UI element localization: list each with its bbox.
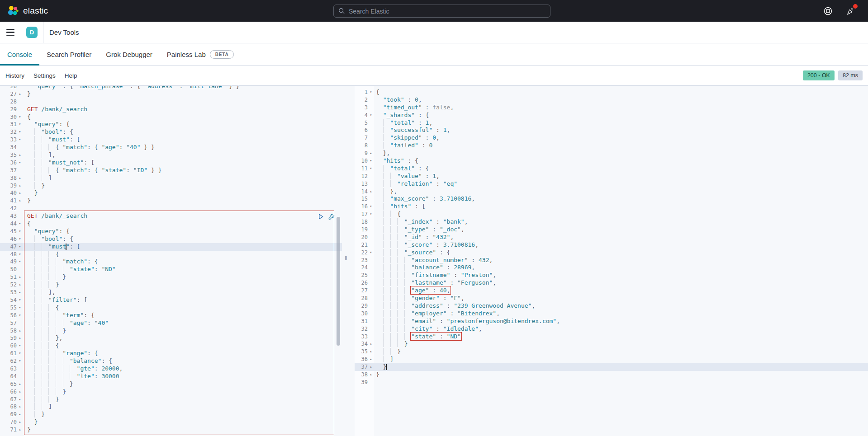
code-line-33[interactable]: 33 "state" : "ND" [355, 333, 868, 341]
code-line-22[interactable]: 22▾ "_source" : { [355, 249, 868, 257]
fold-toggle-icon[interactable]: ▴ [368, 188, 374, 196]
fold-toggle-icon[interactable]: ▾ [17, 159, 23, 167]
tab-console[interactable]: Console [0, 43, 39, 65]
code-line-48[interactable]: 48▾ { [0, 251, 342, 258]
code-line-70[interactable]: 70▴ } [0, 418, 342, 426]
code-line-53[interactable]: 53▴ ], [0, 289, 342, 296]
code-line-49[interactable]: 49▾ "match": { [0, 258, 342, 266]
code-line-34[interactable]: 34 { "match": { "age": "40" } } [0, 144, 342, 151]
code-line-52[interactable]: 52▴ } [0, 281, 342, 289]
request-options-wrench-icon[interactable] [328, 213, 335, 220]
code-line-19[interactable]: 19 "_type" : "_doc", [355, 226, 868, 234]
fold-toggle-icon[interactable]: ▾ [17, 235, 23, 243]
code-line-18[interactable]: 18 "_index" : "bank", [355, 218, 868, 226]
code-line-62[interactable]: 62▾ "balance": { [0, 357, 342, 365]
fold-toggle-icon[interactable]: ▾ [368, 165, 374, 173]
fold-toggle-icon[interactable]: ▴ [17, 90, 23, 98]
fold-toggle-icon[interactable]: ▾ [17, 304, 23, 312]
code-line-67[interactable]: 67▴ } [0, 396, 342, 403]
code-line-60[interactable]: 60▾ { [0, 342, 342, 350]
code-line-61[interactable]: 61▾ "range": { [0, 350, 342, 357]
tab-search-profiler[interactable]: Search Profiler [39, 43, 99, 65]
fold-toggle-icon[interactable]: ▾ [17, 228, 23, 235]
code-line-31[interactable]: 31 "email" : "prestonferguson@bitendrex.… [355, 318, 868, 325]
code-line-39[interactable]: 39▴ } [0, 182, 342, 190]
breadcrumb[interactable]: Dev Tools [49, 28, 79, 36]
code-line-31[interactable]: 31▾ "query": { [0, 121, 342, 128]
code-line-29[interactable]: 29 "address" : "239 Greenwood Avenue", [355, 302, 868, 310]
fold-toggle-icon[interactable]: ▴ [368, 150, 374, 157]
code-line-23[interactable]: 23 "account_number" : 432, [355, 257, 868, 264]
code-line-36[interactable]: 36▴ ] [355, 356, 868, 363]
fold-toggle-icon[interactable]: ▾ [368, 249, 374, 257]
code-line-28[interactable]: 28 "gender" : "F", [355, 295, 868, 302]
fold-toggle-icon[interactable]: ▴ [17, 396, 23, 403]
code-line-35[interactable]: 35▴ } [355, 348, 868, 356]
fold-toggle-icon[interactable]: ▾ [17, 113, 23, 121]
fold-toggle-icon[interactable]: ▾ [368, 112, 374, 119]
code-line-26[interactable]: 26 "query" : { "match_phrase" : { "addre… [0, 86, 342, 90]
fold-toggle-icon[interactable]: ▾ [17, 128, 23, 136]
code-line-59[interactable]: 59▴ }, [0, 334, 342, 342]
fold-toggle-icon[interactable]: ▾ [368, 157, 374, 165]
fold-toggle-icon[interactable]: ▴ [17, 197, 23, 205]
code-line-51[interactable]: 51▴ } [0, 273, 342, 281]
fold-toggle-icon[interactable]: ▴ [17, 334, 23, 342]
code-line-71[interactable]: 71▴} [0, 426, 342, 434]
code-line-2[interactable]: 2 "took" : 0, [355, 96, 868, 104]
code-line-43[interactable]: 43GET /bank/_search [0, 212, 342, 220]
fold-toggle-icon[interactable]: ▾ [17, 342, 23, 350]
code-line-40[interactable]: 40▴ } [0, 189, 342, 197]
fold-toggle-icon[interactable]: ▾ [17, 121, 23, 128]
code-line-55[interactable]: 55▾ { [0, 304, 342, 312]
fold-toggle-icon[interactable]: ▴ [17, 380, 23, 388]
code-line-28[interactable]: 28 [0, 98, 342, 106]
code-line-12[interactable]: 12 "value" : 1, [355, 173, 868, 180]
fold-toggle-icon[interactable]: ▴ [368, 371, 374, 379]
fold-toggle-icon[interactable]: ▴ [17, 403, 23, 411]
code-line-20[interactable]: 20 "_id" : "432", [355, 234, 868, 241]
menu-history[interactable]: History [5, 72, 24, 79]
code-line-4[interactable]: 4▾ "_shards" : { [355, 112, 868, 119]
menu-settings[interactable]: Settings [33, 72, 56, 79]
code-line-66[interactable]: 66▴ } [0, 388, 342, 396]
code-line-15[interactable]: 15 "max_score" : 3.7100816, [355, 195, 868, 203]
fold-toggle-icon[interactable]: ▾ [368, 203, 374, 211]
code-line-64[interactable]: 64 "lte": 30000 [0, 373, 342, 380]
fold-toggle-icon[interactable]: ▾ [17, 251, 23, 258]
code-line-30[interactable]: 30 "employer" : "Bitendrex", [355, 310, 868, 318]
fold-toggle-icon[interactable]: ▾ [368, 211, 374, 218]
code-line-44[interactable]: 44▾{ [0, 220, 342, 228]
hamburger-menu-icon[interactable] [0, 22, 21, 43]
code-line-21[interactable]: 21 "_score" : 3.7100816, [355, 241, 868, 249]
code-line-25[interactable]: 25 "firstname" : "Preston", [355, 272, 868, 279]
code-line-69[interactable]: 69▴ } [0, 411, 342, 418]
search-input[interactable] [349, 8, 545, 15]
fold-toggle-icon[interactable]: ▾ [17, 136, 23, 144]
code-line-13[interactable]: 13 "relation" : "eq" [355, 180, 868, 188]
code-line-35[interactable]: 35▴ ], [0, 151, 342, 159]
fold-toggle-icon[interactable]: ▴ [17, 418, 23, 426]
request-editor[interactable]: 26 "query" : { "match_phrase" : { "addre… [0, 86, 342, 436]
code-line-10[interactable]: 10▾ "hits" : { [355, 157, 868, 165]
fold-toggle-icon[interactable]: ▴ [17, 388, 23, 396]
fold-toggle-icon[interactable]: ▴ [17, 273, 23, 281]
fold-toggle-icon[interactable]: ▴ [17, 327, 23, 335]
fold-toggle-icon[interactable]: ▴ [368, 340, 374, 348]
help-lifebuoy-icon[interactable] [823, 6, 833, 16]
fold-toggle-icon[interactable]: ▴ [368, 356, 374, 363]
newsfeed-party-popper-icon[interactable] [845, 6, 855, 16]
code-line-41[interactable]: 41▴} [0, 197, 342, 205]
fold-toggle-icon[interactable]: ▾ [17, 258, 23, 266]
menu-help[interactable]: Help [65, 72, 77, 79]
code-line-30[interactable]: 30▾{ [0, 113, 342, 121]
code-line-63[interactable]: 63 "gte": 20000, [0, 365, 342, 373]
code-line-8[interactable]: 8 "failed" : 0 [355, 142, 868, 150]
fold-toggle-icon[interactable]: ▾ [17, 357, 23, 365]
fold-toggle-icon[interactable]: ▾ [17, 296, 23, 304]
code-line-32[interactable]: 32 "city" : "Idledale", [355, 325, 868, 333]
fold-toggle-icon[interactable]: ▴ [17, 174, 23, 182]
response-viewer[interactable]: 1▾{2 "took" : 0,3 "timed_out" : false,4▾… [355, 86, 868, 436]
fold-toggle-icon[interactable]: ▴ [17, 281, 23, 289]
fold-toggle-icon[interactable]: ▾ [17, 243, 23, 251]
